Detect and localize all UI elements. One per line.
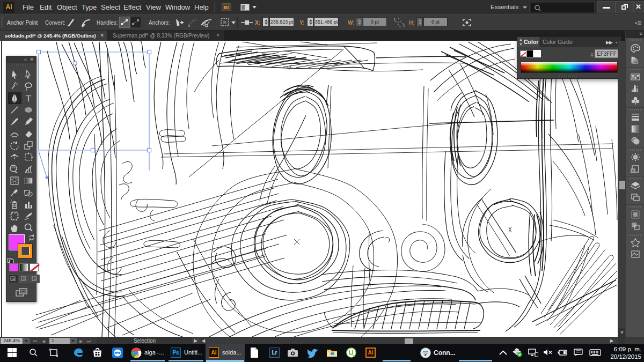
- svg-text:T: T: [26, 93, 32, 104]
